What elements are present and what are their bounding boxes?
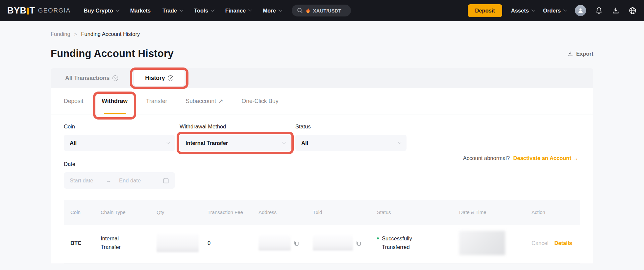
redacted-date-time xyxy=(459,231,505,255)
row-fee: 0 xyxy=(201,240,252,246)
subtab-subaccount[interactable]: Subaccount ↗ xyxy=(186,88,223,115)
status-filter: Status All xyxy=(295,123,407,151)
menu-tools[interactable]: Tools xyxy=(194,8,213,14)
withdrawal-method-label: Withdrawal Method xyxy=(180,123,291,130)
deactivate-account-link[interactable]: Deactivate an Account → xyxy=(513,155,578,161)
chevron-down-icon xyxy=(278,8,282,11)
col-transaction-fee: Transaction Fee xyxy=(201,208,252,216)
table-row: BTC Internal Transfer 0 xyxy=(64,225,580,263)
bybit-logo[interactable]: BYB T GEORGIA xyxy=(7,6,71,16)
end-date-placeholder[interactable]: End date xyxy=(119,177,163,184)
status-select[interactable]: All xyxy=(295,135,407,151)
active-tab-underline xyxy=(104,113,126,114)
status-filter-label: Status xyxy=(295,123,407,130)
globe-icon xyxy=(629,7,637,15)
export-icon xyxy=(567,51,573,57)
help-icon[interactable]: ? xyxy=(168,75,173,81)
range-arrow-icon: → xyxy=(106,177,119,184)
subtab-one-click-buy[interactable]: One-Click Buy xyxy=(242,88,279,115)
external-link-icon: ↗ xyxy=(218,98,223,105)
search-hot-pair: XAUT/USDT xyxy=(313,8,341,14)
language-button[interactable] xyxy=(629,7,637,15)
copy-txid-icon[interactable] xyxy=(356,240,362,246)
top-nav: BYB T GEORGIA Buy Crypto Markets Trade T… xyxy=(0,0,644,21)
download-icon xyxy=(612,7,620,14)
menu-finance[interactable]: Finance xyxy=(225,8,251,14)
redacted-qty xyxy=(157,234,199,252)
chevron-down-icon xyxy=(398,140,402,144)
menu-buy-crypto[interactable]: Buy Crypto xyxy=(84,8,118,14)
details-button[interactable]: Details xyxy=(554,240,572,246)
breadcrumb-current: Funding Account History xyxy=(81,31,140,37)
menu-markets[interactable]: Markets xyxy=(130,8,151,14)
user-avatar[interactable] xyxy=(575,5,586,16)
main-menu: Buy Crypto Markets Trade Tools Finance M… xyxy=(84,8,281,14)
filter-row: Coin All Withdrawal Method Internal Tran… xyxy=(64,123,580,151)
nav-right: Deposit Assets Orders xyxy=(468,4,637,17)
bell-icon xyxy=(595,7,603,14)
person-icon xyxy=(577,7,584,14)
col-txid: Txid xyxy=(306,208,370,216)
notifications-button[interactable] xyxy=(595,7,603,14)
search-input[interactable]: XAUT/USDT xyxy=(292,5,351,16)
row-chain-type: Internal Transfer xyxy=(94,234,150,251)
flame-icon xyxy=(306,8,310,13)
chevron-down-icon xyxy=(248,8,252,11)
chevron-down-icon xyxy=(211,8,214,11)
menu-orders[interactable]: Orders xyxy=(543,8,566,14)
help-icon[interactable]: ? xyxy=(112,75,118,81)
subtab-deposit[interactable]: Deposit xyxy=(64,88,83,115)
copy-address-icon[interactable] xyxy=(293,240,300,246)
menu-more[interactable]: More xyxy=(263,8,281,14)
row-status: Successfully Transferred xyxy=(370,234,453,251)
breadcrumb-separator-icon: > xyxy=(74,31,77,37)
menu-assets[interactable]: Assets xyxy=(511,8,534,14)
start-date-placeholder[interactable]: Start date xyxy=(70,177,106,184)
breadcrumb-funding[interactable]: Funding xyxy=(51,31,70,37)
chevron-down-icon xyxy=(180,8,183,11)
col-chain-type: Chain Type xyxy=(94,208,150,216)
col-address: Address xyxy=(252,208,306,216)
subtab-transfer[interactable]: Transfer xyxy=(146,88,167,115)
page-title: Funding Account History xyxy=(51,48,174,60)
row-qty xyxy=(150,234,201,252)
row-txid xyxy=(306,235,370,251)
col-qty: Qty xyxy=(150,208,201,216)
menu-trade[interactable]: Trade xyxy=(162,8,182,14)
chevron-down-icon xyxy=(282,140,286,144)
export-button[interactable]: Export xyxy=(567,51,593,57)
logo-text-2: T xyxy=(30,6,35,16)
coin-filter-label: Coin xyxy=(64,123,175,130)
redacted-address xyxy=(259,235,291,251)
coin-filter: Coin All xyxy=(64,123,175,151)
row-actions: Cancel Details xyxy=(525,240,580,246)
download-app-button[interactable] xyxy=(612,7,620,14)
row-date-time xyxy=(453,231,525,255)
col-date-time: Date & Time xyxy=(453,208,525,216)
subtab-withdraw[interactable]: Withdraw xyxy=(102,88,128,115)
date-filter-label: Date xyxy=(64,161,580,167)
col-coin: Coin xyxy=(64,208,94,216)
coin-select[interactable]: All xyxy=(64,135,175,151)
tab-history[interactable]: History ? xyxy=(134,70,185,86)
account-abnormal-note: Account abnormal? Deactivate an Account … xyxy=(463,155,578,161)
filters-section: Coin All Withdrawal Method Internal Tran… xyxy=(51,115,593,189)
tab-all-transactions[interactable]: All Transactions ? xyxy=(51,68,133,88)
cancel-button[interactable]: Cancel xyxy=(532,240,548,246)
deposit-button[interactable]: Deposit xyxy=(468,4,502,17)
date-range-picker[interactable]: Start date → End date xyxy=(64,172,175,189)
row-coin: BTC xyxy=(64,240,94,246)
breadcrumb: Funding > Funding Account History xyxy=(51,31,593,37)
logo-orange-bar-icon xyxy=(27,8,29,14)
col-action: Action xyxy=(525,208,580,216)
logo-text: BYB xyxy=(7,6,27,16)
redacted-txid xyxy=(313,235,353,251)
chevron-down-icon xyxy=(532,8,535,11)
withdrawal-method-select[interactable]: Internal Transfer xyxy=(180,135,291,151)
chevron-down-icon xyxy=(115,8,119,11)
row-address xyxy=(252,235,306,251)
date-filter: Date Start date → End date xyxy=(64,161,580,189)
table-header-row: Coin Chain Type Qty Transaction Fee Addr… xyxy=(64,200,580,225)
calendar-icon[interactable] xyxy=(163,177,169,184)
top-tab-bar: All Transactions ? History ? xyxy=(51,68,593,88)
